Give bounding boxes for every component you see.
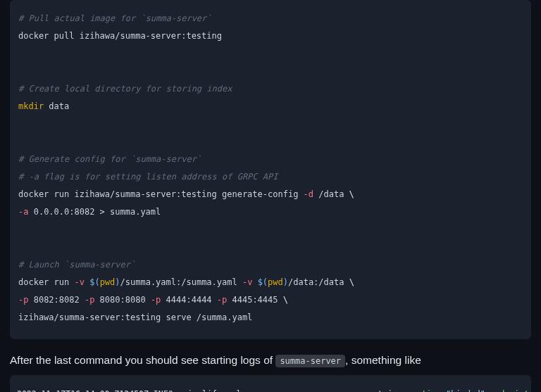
subshell-close: ) (115, 277, 120, 287)
code-text: 0.0.0.0:8082 > summa.yaml (28, 207, 161, 217)
flag-p: -p (217, 295, 227, 305)
prose-text: After the last command you should see st… (10, 354, 275, 366)
subshell-open: $( (89, 277, 99, 287)
log-ts: 2022-11-17T16:14:00.712450Z (17, 389, 149, 392)
log-output-block: 2022-11-17T16:14:00.712450Z INFO main li… (10, 375, 531, 392)
code-text: /summa.yaml:/summa.yaml (120, 277, 242, 287)
shell-code-block: # Pull actual image for `summa-server` d… (10, 0, 531, 339)
flag-p: -p (151, 295, 161, 305)
flag-a: -a (18, 207, 28, 217)
prose-line: After the last command you should see st… (10, 352, 531, 368)
comment-line: # Create local directory for storing ind… (18, 84, 232, 94)
code-text: /data:/data (288, 277, 349, 287)
code-line: docker pull izihawa/summa-server:testing (18, 31, 222, 41)
builtin-pwd: pwd (100, 277, 116, 287)
builtin-pwd: pwd (268, 277, 283, 287)
code-text: docker run (18, 277, 74, 287)
builtin-mkdir: mkdir (18, 101, 44, 111)
code-text: data (44, 101, 69, 111)
backslash: \ (349, 277, 354, 287)
flag-v: -v (242, 277, 252, 287)
comment-line: # Pull actual image for `summa-server` (18, 13, 212, 23)
subshell-close: ) (283, 277, 288, 287)
flag-p: -p (18, 295, 28, 305)
flag-v: -v (74, 277, 84, 287)
comment-line: # Generate config for `summa-server` (18, 154, 201, 164)
prose-text: , something like (345, 354, 421, 366)
code-text: /data (313, 189, 349, 199)
flag-p: -p (85, 295, 94, 305)
backslash: \ (283, 295, 288, 305)
inline-code: summa-server (275, 355, 345, 367)
flag-d: -d (304, 189, 313, 199)
backslash: \ (349, 189, 354, 199)
code-line: izihawa/summa-server:testing serve /summ… (18, 312, 252, 322)
code-line: docker run izihawa/summa-server:testing … (18, 189, 304, 199)
subshell-open: $( (258, 277, 268, 287)
comment-line: # -a flag is for setting listen address … (18, 172, 278, 182)
comment-line: # Launch `summa-server` (18, 260, 135, 270)
